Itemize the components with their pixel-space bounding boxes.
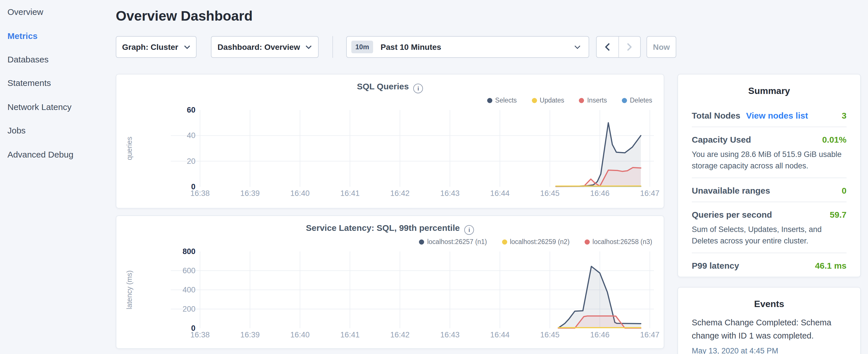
legend-item: Selects	[487, 96, 517, 104]
time-step-back-button[interactable]	[597, 37, 619, 57]
x-tick-label: 16:40	[290, 189, 310, 198]
x-tick-label: 16:44	[490, 189, 510, 198]
x-tick-label: 16:44	[490, 330, 510, 339]
legend-item: Inserts	[579, 96, 607, 104]
chart-legend: SelectsUpdatesInsertsDeletes	[116, 96, 652, 104]
chevron-left-icon	[605, 43, 610, 51]
legend-item: Deletes	[622, 96, 652, 104]
page-title: Overview Dashboard	[116, 8, 253, 24]
dashboard-dropdown[interactable]: Dashboard: Overview	[211, 36, 319, 58]
legend-item: localhost:26258 (n3)	[585, 238, 652, 246]
x-tick-label: 16:45	[540, 189, 560, 198]
chart-title-row: Service Latency: SQL, 99th percentilei	[116, 223, 664, 234]
sidebar-item-overview[interactable]: Overview	[0, 0, 115, 24]
sidebar-item-statements[interactable]: Statements	[0, 71, 115, 95]
time-window-badge: 10m	[351, 41, 373, 53]
summary-row-label: Queries per second	[692, 210, 772, 219]
x-tick-label: 16:39	[241, 189, 260, 198]
sidebar-item-metrics[interactable]: Metrics	[0, 24, 115, 47]
series-group	[558, 266, 641, 328]
x-tick-label: 16:42	[390, 330, 410, 339]
time-step-forward-button[interactable]	[619, 37, 640, 57]
summary-row-label: P99 latency	[692, 261, 739, 271]
x-tick-label: 16:42	[390, 189, 410, 198]
legend-item: localhost:26259 (n2)	[502, 238, 569, 246]
summary-row-value: 0	[842, 186, 846, 195]
info-icon[interactable]: i	[413, 84, 423, 93]
summary-row-total-nodes: Total Nodes View nodes list 3	[692, 103, 846, 127]
x-tick-label: 16:38	[190, 330, 210, 339]
y-tick-label: 800	[183, 247, 195, 256]
view-nodes-list-link[interactable]: View nodes list	[746, 110, 808, 120]
y-tick-label: 20	[187, 157, 195, 165]
summary-row-queries-per-second: Queries per second 59.7 Sum of Selects, …	[692, 202, 846, 253]
summary-row-subtext: You are using 28.6 MiB of 515.9 GiB usab…	[692, 149, 846, 171]
sidebar-item-databases[interactable]: Databases	[0, 47, 115, 71]
summary-row-subtext: Sum of Selects, Updates, Inserts, and De…	[692, 224, 846, 246]
sidebar-item-network-latency[interactable]: Network Latency	[0, 95, 115, 119]
chart-title-row: SQL Queriesi	[116, 81, 664, 93]
legend-label: Deletes	[630, 97, 652, 104]
legend-item: Updates	[532, 96, 564, 104]
summary-panel: Summary Total Nodes View nodes list 3 Ca…	[677, 74, 861, 277]
app-root: Overview Metrics Databases Statements Ne…	[0, 0, 868, 354]
service-latency-chart[interactable]: 020040060080016:3816:3916:4016:4116:4216…	[116, 246, 664, 348]
event-text: Schema Change Completed: Schema change w…	[692, 316, 846, 343]
summary-title: Summary	[692, 86, 846, 96]
legend-dot-icon	[502, 239, 507, 244]
legend-dot-icon	[585, 239, 590, 244]
y-tick-label: 40	[187, 131, 195, 140]
legend-dot-icon	[487, 98, 492, 103]
summary-row-label: Unavailable ranges	[692, 186, 770, 195]
summary-row-label: Total Nodes	[692, 110, 740, 120]
summary-row-capacity-used: Capacity Used 0.01% You are using 28.6 M…	[692, 127, 846, 178]
legend-dot-icon	[419, 239, 425, 244]
summary-row-p99-latency: P99 latency 46.1 ms	[692, 254, 846, 277]
series-group	[556, 123, 641, 187]
x-tick-label: 16:43	[440, 189, 460, 198]
info-icon[interactable]: i	[464, 225, 474, 235]
x-tick-label: 16:46	[590, 330, 610, 339]
x-tick-label: 16:46	[590, 189, 610, 198]
right-column: Summary Total Nodes View nodes list 3 Ca…	[677, 74, 861, 354]
time-window-selector[interactable]: 10m Past 10 Minutes	[346, 36, 589, 58]
chart-title: SQL Queries	[357, 81, 409, 91]
y-axis-title: latency (ms)	[125, 270, 133, 309]
legend-label: Inserts	[587, 97, 607, 104]
legend-label: localhost:26257 (n1)	[427, 238, 487, 245]
time-step-buttons	[596, 36, 641, 58]
now-button[interactable]: Now	[647, 36, 676, 58]
controls-divider	[333, 36, 333, 58]
legend-dot-icon	[622, 98, 627, 103]
chevron-right-icon	[627, 43, 632, 51]
legend-label: Updates	[539, 97, 564, 104]
x-tick-label: 16:47	[640, 189, 660, 198]
x-tick-label: 16:39	[241, 330, 260, 339]
event-list-item[interactable]: Schema Change Completed: Schema change w…	[692, 316, 846, 354]
dashboard-controls: Graph: Cluster Dashboard: Overview 10m P…	[116, 36, 868, 58]
x-tick-label: 16:43	[440, 330, 460, 339]
x-tick-label: 16:38	[190, 189, 210, 198]
y-tick-label: 60	[187, 106, 195, 114]
sql-queries-chart[interactable]: 020406016:3816:3916:4016:4116:4216:4316:…	[116, 104, 664, 206]
chart-legend: localhost:26257 (n1)localhost:26259 (n2)…	[116, 238, 652, 246]
legend-label: localhost:26259 (n2)	[510, 238, 569, 245]
graph-scope-label: Graph: Cluster	[122, 42, 178, 52]
charts-column: SQL Queriesi SelectsUpdatesInsertsDelete…	[116, 74, 664, 349]
x-tick-label: 16:45	[540, 330, 560, 339]
summary-row-value: 59.7	[830, 210, 846, 219]
x-tick-label: 16:41	[340, 330, 360, 339]
y-tick-label: 600	[183, 266, 195, 275]
summary-row-value: 46.1 ms	[815, 261, 846, 271]
dashboard-dropdown-label: Dashboard: Overview	[217, 42, 300, 52]
sidebar-item-jobs[interactable]: Jobs	[0, 119, 115, 142]
chevron-down-icon	[184, 45, 190, 49]
y-tick-label: 200	[183, 305, 195, 313]
event-timestamp: May 13, 2020 at 4:45 PM	[692, 347, 846, 354]
time-window-label: Past 10 Minutes	[380, 42, 441, 52]
graph-scope-dropdown[interactable]: Graph: Cluster	[116, 36, 196, 58]
sql-queries-chart-card: SQL Queriesi SelectsUpdatesInsertsDelete…	[116, 74, 664, 208]
sidebar-item-advanced-debug[interactable]: Advanced Debug	[0, 142, 115, 166]
axis-labels: 020406016:3816:3916:4016:4116:4216:4316:…	[125, 106, 659, 198]
legend-label: Selects	[495, 97, 517, 104]
